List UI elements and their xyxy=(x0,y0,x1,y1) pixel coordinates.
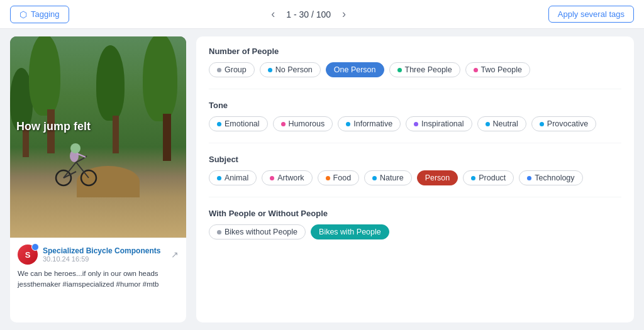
tag-dot xyxy=(486,122,490,126)
apply-several-tags-button[interactable]: Apply several tags xyxy=(548,6,634,23)
pagination-controls: ‹ 1 - 30 / 100 › xyxy=(267,6,350,22)
external-link-icon[interactable]: ↗ xyxy=(171,250,179,260)
pagination-text: 1 - 30 / 100 xyxy=(286,9,331,19)
scene-background xyxy=(10,36,186,238)
divider-3 xyxy=(209,197,621,197)
with-people-options: Bikes without People Bikes with People xyxy=(209,224,621,239)
tag-one-person[interactable]: One Person xyxy=(326,62,384,77)
tag-artwork[interactable]: Artwork xyxy=(262,170,312,185)
ai-icon: ⬡ xyxy=(19,9,27,19)
account-info: Specialized Bicycle Components 30.10.24 … xyxy=(43,246,166,263)
tag-three-people[interactable]: Three People xyxy=(389,62,460,77)
tone-options: Emotional Humorous Informative Inspirati… xyxy=(209,116,621,131)
tag-bikes-without-people[interactable]: Bikes without People xyxy=(209,224,306,239)
tag-dot xyxy=(397,68,402,72)
post-image-area: How jump felt xyxy=(10,36,186,238)
post-header: S Specialized Bicycle Components 30.10.2… xyxy=(18,245,179,265)
tone-title: Tone xyxy=(209,101,621,110)
tag-emotional[interactable]: Emotional xyxy=(209,116,268,131)
tag-no-person[interactable]: No Person xyxy=(260,62,321,77)
tag-dot xyxy=(281,122,286,126)
tag-dot xyxy=(372,176,377,180)
tag-dot xyxy=(474,68,478,72)
tagging-label: Tagging xyxy=(31,9,60,19)
tag-provocative[interactable]: Provocative xyxy=(531,116,596,131)
tag-bikes-with-people[interactable]: Bikes with People xyxy=(311,224,389,239)
tag-dot xyxy=(471,176,475,180)
tag-animal[interactable]: Animal xyxy=(209,170,257,185)
with-people-title: With People or Without People xyxy=(209,209,621,218)
tag-nature[interactable]: Nature xyxy=(364,170,412,185)
image-overlay-text: How jump felt xyxy=(16,120,91,133)
post-metadata: S Specialized Bicycle Components 30.10.2… xyxy=(10,238,186,297)
tag-dot xyxy=(217,176,221,180)
subject-section: Subject Animal Artwork Food Nature xyxy=(209,155,621,185)
tag-product[interactable]: Product xyxy=(463,170,514,185)
tag-dot xyxy=(217,122,221,126)
divider-2 xyxy=(209,143,621,143)
tag-dot xyxy=(540,122,544,126)
tag-inspirational[interactable]: Inspirational xyxy=(406,116,472,131)
avatar: S xyxy=(18,245,38,265)
tag-person[interactable]: Person xyxy=(417,170,458,185)
main-content: How jump felt S Specialized Bicycle Comp… xyxy=(0,29,644,330)
divider-1 xyxy=(209,89,621,89)
tag-dot xyxy=(217,230,221,234)
tag-dot xyxy=(527,176,531,180)
tone-section: Tone Emotional Humorous Informative Insp… xyxy=(209,101,621,131)
tag-dot xyxy=(217,68,221,72)
tag-humorous[interactable]: Humorous xyxy=(273,116,333,131)
tag-dot xyxy=(346,122,350,126)
svg-point-8 xyxy=(70,143,80,153)
tag-two-people[interactable]: Two People xyxy=(465,62,530,77)
biker-figure xyxy=(54,137,92,187)
number-of-people-options: Group No Person One Person Three People … xyxy=(209,62,621,77)
tag-technology[interactable]: Technology xyxy=(519,170,582,185)
next-page-button[interactable]: › xyxy=(338,6,350,22)
prev-page-button[interactable]: ‹ xyxy=(267,6,279,22)
tag-informative[interactable]: Informative xyxy=(338,116,401,131)
number-of-people-title: Number of People xyxy=(209,47,621,56)
tag-food[interactable]: Food xyxy=(318,170,360,185)
tag-group[interactable]: Group xyxy=(209,62,255,77)
subject-title: Subject xyxy=(209,155,621,164)
tagging-panel: Number of People Group No Person One Per… xyxy=(196,36,634,322)
tagging-button[interactable]: ⬡ Tagging xyxy=(10,6,69,23)
subject-options: Animal Artwork Food Nature Person xyxy=(209,170,621,185)
number-of-people-section: Number of People Group No Person One Per… xyxy=(209,47,621,77)
tag-neutral[interactable]: Neutral xyxy=(477,116,526,131)
top-navigation: ⬡ Tagging ‹ 1 - 30 / 100 › Apply several… xyxy=(0,0,644,29)
post-text: We can be heroes...if only in our own he… xyxy=(18,268,179,290)
tag-dot xyxy=(270,176,274,180)
account-name: Specialized Bicycle Components xyxy=(43,246,166,255)
nav-right: Apply several tags xyxy=(548,6,634,23)
avatar-badge xyxy=(31,243,39,251)
tag-dot xyxy=(414,122,418,126)
with-people-section: With People or Without People Bikes with… xyxy=(209,209,621,239)
post-datetime: 30.10.24 16:59 xyxy=(43,255,166,263)
post-card: How jump felt S Specialized Bicycle Comp… xyxy=(10,36,186,322)
tag-dot xyxy=(268,68,272,72)
bike-scene-image: How jump felt xyxy=(10,36,186,238)
tag-dot xyxy=(326,176,330,180)
nav-left: ⬡ Tagging xyxy=(10,6,69,23)
